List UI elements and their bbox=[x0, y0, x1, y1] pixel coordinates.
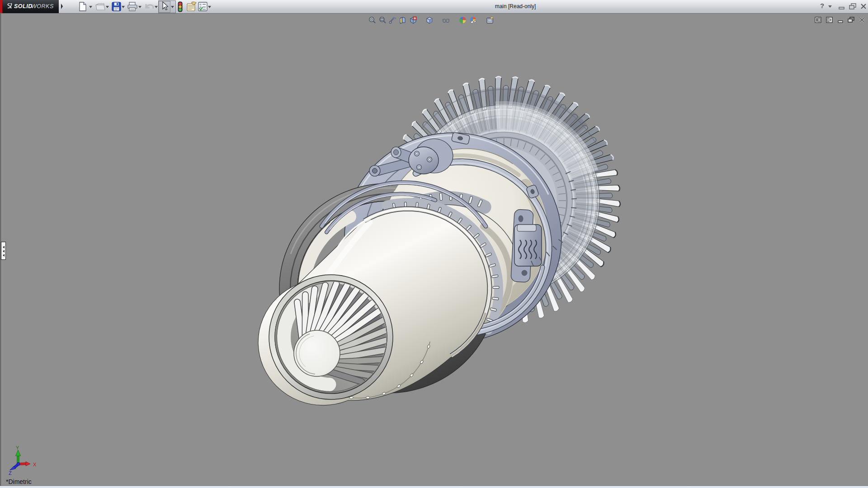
svg-text:WORKS: WORKS bbox=[31, 3, 54, 9]
svg-text:Y: Y bbox=[16, 445, 19, 450]
svg-text:Z: Z bbox=[9, 470, 12, 476]
svg-text:SOLID: SOLID bbox=[14, 3, 33, 9]
svg-text:X: X bbox=[33, 462, 37, 467]
